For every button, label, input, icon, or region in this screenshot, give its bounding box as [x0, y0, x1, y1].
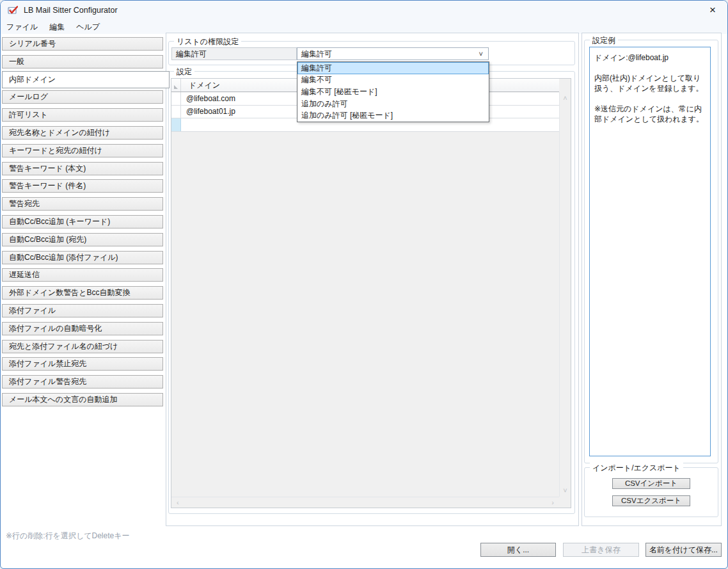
- delete-row-hint: ※行の削除:行を選択してDeleteキー: [6, 531, 129, 541]
- sidebar-tab-12[interactable]: 自動Cc/Bcc追加 (添付ファイル): [2, 251, 163, 264]
- csv-export-button[interactable]: CSVエクスポート: [612, 495, 690, 506]
- row-selector-cell[interactable]: [171, 92, 181, 105]
- scroll-up-icon[interactable]: ˄: [563, 95, 567, 102]
- titlebar: LB Mail Sitter Configurator ×: [1, 1, 727, 20]
- domain-table: ドメイン @lifeboat.com@lifeboat01.jp ˄ ˅ ‹ ›: [171, 78, 571, 508]
- dropdown-option-2[interactable]: 編集不可 [秘匿モード]: [297, 86, 489, 98]
- sidebar-tab-18[interactable]: 添付ファイル禁止宛先: [2, 357, 163, 371]
- menu-item-0[interactable]: ファイル: [1, 20, 44, 34]
- permission-dropdown: 編集許可編集不可編集不可 [秘匿モード]追加のみ許可追加のみ許可 [秘匿モード]: [297, 61, 489, 122]
- permission-combobox-value: 編集許可: [301, 49, 332, 60]
- app-icon: [8, 5, 18, 15]
- scroll-left-icon[interactable]: ‹: [177, 499, 179, 506]
- example-text-box: ドメイン:@lifeboat.jp 内部(社内)ドメインとして取り扱う、ドメイン…: [589, 47, 711, 456]
- permission-combobox[interactable]: 編集許可 ˅: [297, 47, 489, 60]
- permission-readonly-field: 編集許可: [171, 47, 297, 60]
- dropdown-option-0[interactable]: 編集許可: [297, 62, 489, 74]
- sidebar-tab-11[interactable]: 自動Cc/Bcc追加 (宛先): [2, 233, 163, 246]
- sidebar-tab-4[interactable]: 許可リスト: [2, 108, 163, 122]
- sidebar-tab-7[interactable]: 警告キーワード (本文): [2, 162, 163, 175]
- sidebar-tabs: シリアル番号一般内部ドメインメールログ許可リスト宛先名称とドメインの紐付けキーワ…: [2, 37, 171, 411]
- sidebar-tab-17[interactable]: 宛先と添付ファイル名の紐づけ: [2, 340, 163, 353]
- settings-group: 設定 ドメイン @lifeboat.com@lifeboat01.jp ˄ ˅ …: [168, 71, 575, 514]
- vertical-scrollbar[interactable]: ˄ ˅: [559, 92, 571, 497]
- sidebar-tab-16[interactable]: 添付ファイルの自動暗号化: [2, 322, 163, 335]
- sidebar-tab-3[interactable]: メールログ: [2, 90, 163, 104]
- app-window: LB Mail Sitter Configurator × ファイル編集ヘルプ …: [0, 0, 728, 569]
- sidebar-tab-10[interactable]: 自動Cc/Bcc追加 (キーワード): [2, 215, 163, 228]
- sidebar-tab-5[interactable]: 宛先名称とドメインの紐付け: [2, 126, 163, 140]
- row-selector-cell[interactable]: [171, 106, 181, 118]
- window-title: LB Mail Sitter Configurator: [24, 6, 118, 15]
- right-panel: 設定例 ドメイン:@lifeboat.jp 内部(社内)ドメインとして取り扱う、…: [582, 33, 722, 526]
- main-panel: リストの権限設定 編集許可 編集許可 ˅ 設定 ドメイン @lifeboat.c…: [166, 33, 579, 526]
- sidebar-tab-15[interactable]: 添付ファイル: [2, 304, 163, 317]
- close-icon[interactable]: ×: [703, 3, 722, 18]
- sidebar-tab-13[interactable]: 遅延送信: [2, 268, 163, 282]
- scroll-down-icon[interactable]: ˅: [563, 487, 567, 494]
- example-group-label: 設定例: [590, 35, 618, 46]
- csv-import-button[interactable]: CSVインポート: [612, 478, 690, 489]
- dropdown-option-1[interactable]: 編集不可: [297, 74, 489, 86]
- save-button: 上書き保存: [563, 543, 639, 557]
- new-row-selector-cell[interactable]: [171, 118, 181, 131]
- corner-triangle-icon: [174, 85, 178, 89]
- import-export-group-label: インポート/エクスポート: [590, 463, 683, 474]
- menu-item-2[interactable]: ヘルプ: [70, 20, 106, 34]
- sidebar-tab-6[interactable]: キーワードと宛先の紐付け: [2, 144, 163, 157]
- sidebar-tab-1[interactable]: 一般: [2, 55, 163, 68]
- example-group: 設定例 ドメイン:@lifeboat.jp 内部(社内)ドメインとして取り扱う、…: [584, 40, 718, 463]
- dropdown-option-3[interactable]: 追加のみ許可: [297, 98, 489, 110]
- sidebar-tab-9[interactable]: 警告宛先: [2, 197, 163, 211]
- sidebar-tab-8[interactable]: 警告キーワード (件名): [2, 179, 163, 193]
- chevron-down-icon: ˅: [479, 50, 483, 58]
- sidebar-tab-20[interactable]: メール本文への文言の自動追加: [2, 393, 163, 406]
- dropdown-option-4[interactable]: 追加のみ許可 [秘匿モード]: [297, 109, 489, 122]
- sidebar-tab-0[interactable]: シリアル番号: [2, 37, 163, 51]
- open-button[interactable]: 開く...: [480, 543, 556, 557]
- import-export-group: インポート/エクスポート CSVインポート CSVエクスポート: [584, 467, 718, 517]
- permission-group-label: リストの権限設定: [174, 36, 241, 47]
- menubar: ファイル編集ヘルプ: [1, 20, 727, 34]
- scroll-right-icon[interactable]: ›: [551, 499, 554, 506]
- sidebar-tab-2[interactable]: 内部ドメイン: [2, 71, 170, 88]
- horizontal-scrollbar[interactable]: ‹ ›: [171, 497, 559, 508]
- sidebar-tab-19[interactable]: 添付ファイル警告宛先: [2, 375, 163, 389]
- menu-item-1[interactable]: 編集: [44, 20, 70, 34]
- table-corner-cell[interactable]: [171, 79, 181, 92]
- sidebar-tab-14[interactable]: 外部ドメイン数警告とBcc自動変換: [2, 286, 163, 300]
- save-as-button[interactable]: 名前を付けて保存...: [645, 543, 722, 557]
- settings-group-label: 設定: [174, 67, 194, 77]
